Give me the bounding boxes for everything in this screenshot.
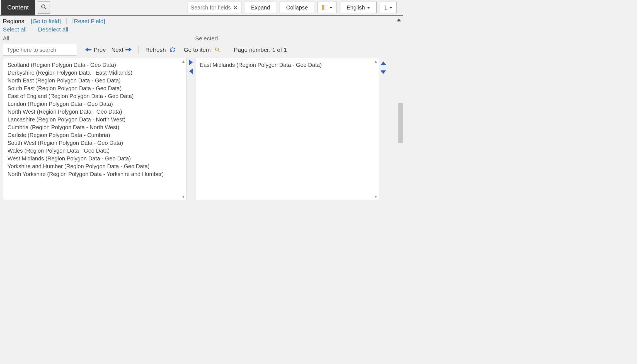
app-canvas: Content ✕ Expand Collapse English xyxy=(0,0,403,230)
reset-field-link[interactable]: [Reset Field] xyxy=(72,18,105,25)
svg-marker-7 xyxy=(189,60,193,65)
field-link-row: Regions: [Go to field] [Reset Field] xyxy=(0,16,403,25)
refresh-button[interactable]: Refresh xyxy=(145,47,175,53)
svg-marker-9 xyxy=(381,62,386,65)
svg-marker-10 xyxy=(381,70,386,74)
expand-label: Expand xyxy=(251,4,270,11)
collapse-button[interactable]: Collapse xyxy=(280,2,314,13)
prev-button[interactable]: Prev xyxy=(85,46,106,53)
field-search[interactable]: ✕ xyxy=(188,2,241,13)
svg-marker-2 xyxy=(397,19,401,21)
tab-content[interactable]: Content xyxy=(1,0,35,15)
language-label: English xyxy=(347,4,365,11)
list-item[interactable]: Lancashire (Region Polygon Data - North … xyxy=(8,116,182,123)
next-button[interactable]: Next xyxy=(111,46,132,53)
actions-row: Prev Next Refresh Go to item xyxy=(0,43,403,58)
select-all-link[interactable]: Select all xyxy=(3,26,26,33)
column-headers: All Selected xyxy=(0,33,403,43)
standard-values-dropdown[interactable] xyxy=(318,2,337,13)
book-icon xyxy=(322,5,326,10)
select-links-row: Select all Deselect all xyxy=(0,25,403,33)
svg-point-5 xyxy=(215,48,219,51)
separator xyxy=(32,26,32,33)
list-item[interactable]: North Yorkshire (Region Polygon Data - Y… xyxy=(8,170,182,178)
list-item[interactable]: Cumbria (Region Polygon Data - North Wes… xyxy=(8,123,182,131)
chevron-down-icon xyxy=(329,7,333,9)
go-to-field-link[interactable]: [Go to field] xyxy=(31,18,61,25)
language-dropdown[interactable]: English xyxy=(340,2,377,13)
deselect-all-link[interactable]: Deselect all xyxy=(38,26,68,33)
chevron-down-icon xyxy=(389,7,393,9)
separator xyxy=(66,18,67,25)
list-item[interactable]: Derbyshire (Region Polygon Data - East M… xyxy=(8,69,182,77)
filter-input[interactable] xyxy=(3,44,77,56)
separator xyxy=(227,46,227,53)
svg-marker-3 xyxy=(85,47,91,52)
expand-button[interactable]: Expand xyxy=(245,2,277,13)
svg-marker-4 xyxy=(125,47,132,52)
list-item[interactable]: Carlisle (Region Polygon Data - Cumbria) xyxy=(8,131,182,139)
page-scrollbar-thumb[interactable] xyxy=(398,103,403,143)
field-search-input[interactable] xyxy=(190,4,232,11)
arrow-left-icon xyxy=(85,46,91,53)
collapse-section-icon[interactable] xyxy=(397,16,401,23)
field-name-label: Regions: xyxy=(3,18,26,25)
list-item[interactable]: South West (Region Polygon Data - Geo Da… xyxy=(8,139,182,147)
list-item[interactable]: North East (Region Polygon Data - Geo Da… xyxy=(8,77,182,84)
list-item[interactable]: South East (Region Polygon Data - Geo Da… xyxy=(8,84,182,92)
svg-line-1 xyxy=(45,8,46,9)
paging-nav: Prev Next xyxy=(85,46,132,53)
transfer-controls xyxy=(187,58,195,200)
reorder-controls xyxy=(379,58,387,200)
selected-items-listbox[interactable]: East Midlands (Region Polygon Data - Geo… xyxy=(195,58,379,200)
page-info: Page number: 1 of 1 xyxy=(234,47,287,53)
dual-list: Scotland (Region Polygon Data - Geo Data… xyxy=(0,58,403,203)
prev-label: Prev xyxy=(94,47,106,53)
version-dropdown[interactable]: 1 xyxy=(380,2,397,13)
search-button[interactable] xyxy=(38,1,50,14)
selected-column-header: Selected xyxy=(195,35,400,42)
separator xyxy=(138,46,139,53)
move-up-button[interactable] xyxy=(381,60,386,67)
top-toolbar: Content ✕ Expand Collapse English xyxy=(0,0,403,16)
svg-point-0 xyxy=(42,5,45,8)
arrow-right-icon xyxy=(125,46,132,53)
version-label: 1 xyxy=(384,4,387,11)
list-item[interactable]: Yorkshire and Humber (Region Polygon Dat… xyxy=(8,162,182,170)
list-item[interactable]: East Midlands (Region Polygon Data - Geo… xyxy=(200,61,374,69)
next-label: Next xyxy=(111,47,123,53)
refresh-icon xyxy=(170,47,175,53)
move-left-button[interactable] xyxy=(189,69,193,76)
go-to-item-button[interactable]: Go to item xyxy=(184,47,220,53)
scroll-down-icon[interactable]: ▼ xyxy=(373,194,378,199)
svg-line-6 xyxy=(218,51,220,52)
chevron-down-icon xyxy=(367,7,370,9)
scroll-up-icon[interactable]: ▲ xyxy=(373,59,378,64)
list-item[interactable]: West Midlands (Region Polygon Data - Geo… xyxy=(8,155,182,162)
collapse-label: Collapse xyxy=(286,4,308,11)
move-down-button[interactable] xyxy=(381,69,386,76)
search-icon xyxy=(41,4,47,11)
tab-content-label: Content xyxy=(7,4,29,11)
list-item[interactable]: London (Region Polygon Data - Geo Data) xyxy=(8,100,182,108)
list-item[interactable]: Wales (Region Polygon Data - Geo Data) xyxy=(8,147,182,155)
scroll-down-icon[interactable]: ▼ xyxy=(181,194,186,199)
list-item[interactable]: East of England (Region Polygon Data - G… xyxy=(8,92,182,100)
all-column-header: All xyxy=(3,35,195,42)
scroll-up-icon[interactable]: ▲ xyxy=(181,59,186,64)
go-to-item-label: Go to item xyxy=(184,47,211,53)
clear-search-icon[interactable]: ✕ xyxy=(232,4,239,11)
list-item[interactable]: Scotland (Region Polygon Data - Geo Data… xyxy=(8,61,182,69)
svg-marker-8 xyxy=(189,69,193,74)
refresh-label: Refresh xyxy=(145,47,166,53)
move-right-button[interactable] xyxy=(189,60,193,67)
list-item[interactable]: North West (Region Polygon Data - Geo Da… xyxy=(8,108,182,116)
all-items-listbox[interactable]: Scotland (Region Polygon Data - Geo Data… xyxy=(3,58,187,200)
magnifier-icon xyxy=(215,47,220,53)
